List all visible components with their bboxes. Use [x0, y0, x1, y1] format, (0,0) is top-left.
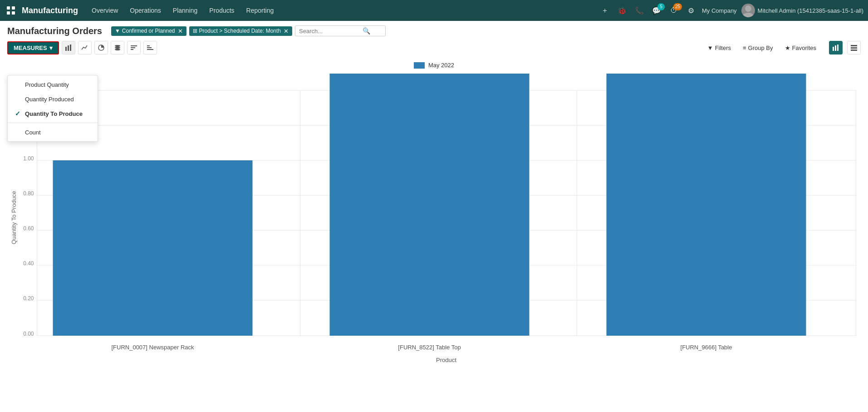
- list-view-button[interactable]: [847, 41, 861, 55]
- svg-point-4: [745, 5, 751, 12]
- svg-rect-14: [131, 47, 135, 48]
- filters-label: Filters: [715, 45, 731, 51]
- settings-icon[interactable]: ⚙: [685, 4, 697, 17]
- nav-reporting[interactable]: Reporting: [241, 4, 280, 17]
- svg-rect-19: [833, 47, 834, 51]
- svg-text:0.20: 0.20: [23, 295, 34, 302]
- add-icon[interactable]: ＋: [598, 4, 611, 17]
- svg-rect-22: [851, 45, 857, 46]
- app-brand: Manufacturing: [22, 6, 78, 15]
- timer-badge: 25: [673, 3, 682, 10]
- bar-newspaper-rack: [53, 160, 253, 336]
- page-title: Manufacturing Orders: [7, 26, 102, 36]
- search-input[interactable]: [299, 28, 363, 35]
- x-label-table: [FURN_9666] Table: [681, 344, 732, 351]
- filter-close-confirmed[interactable]: ✕: [178, 28, 183, 35]
- page-header: Manufacturing Orders ▼ Confirmed or Plan…: [0, 21, 868, 39]
- top-navigation: Manufacturing Overview Operations Planni…: [0, 0, 868, 21]
- chat-icon[interactable]: 💬 5: [650, 4, 663, 17]
- pie-chart-button[interactable]: [94, 41, 108, 55]
- measures-item-label-product-quantity: Product Quantity: [25, 81, 69, 88]
- bug-icon[interactable]: 🐞: [616, 4, 628, 17]
- user-menu[interactable]: Mitchell Admin (15412385-saas-15-1-all): [741, 4, 863, 17]
- top-nav-actions: ＋ 🐞 📞 💬 5 ⏱ 25 ⚙ My Company Mitchell Adm…: [598, 4, 863, 17]
- check-icon-quantity-produced: [15, 95, 22, 103]
- svg-rect-13: [131, 45, 137, 46]
- measures-button[interactable]: MEASURES ▾: [7, 41, 59, 55]
- bar-chart-svg: Quantity To Produce 0.00 0.20 0.40 0.60 …: [7, 72, 861, 363]
- sort-desc-button[interactable]: [143, 41, 157, 55]
- svg-rect-18: [147, 49, 153, 50]
- app-grid-icon[interactable]: [5, 4, 17, 17]
- nav-operations[interactable]: Operations: [124, 4, 166, 17]
- svg-rect-17: [147, 47, 152, 48]
- search-bar[interactable]: 🔍: [295, 25, 386, 36]
- search-icon: 🔍: [363, 27, 370, 35]
- svg-rect-15: [131, 49, 133, 50]
- svg-text:0.80: 0.80: [23, 190, 34, 197]
- y-axis-label: Quantity To Produce: [10, 191, 17, 244]
- measures-dropdown: Product Quantity Quantity Produced ✓ Qua…: [7, 75, 98, 142]
- stack-chart-button[interactable]: [111, 41, 124, 55]
- avatar: [741, 4, 755, 17]
- svg-point-5: [743, 13, 754, 17]
- filter-close-scheduled[interactable]: ✕: [284, 28, 289, 35]
- nav-planning[interactable]: Planning: [167, 4, 203, 17]
- nav-products[interactable]: Products: [204, 4, 240, 17]
- svg-rect-21: [837, 45, 839, 51]
- filter-grid-icon: ⊞: [193, 28, 197, 34]
- measures-item-count[interactable]: Count: [8, 125, 98, 139]
- measures-item-label-quantity-to-produce: Quantity To Produce: [25, 110, 83, 117]
- sort-asc-button[interactable]: [127, 41, 141, 55]
- company-name[interactable]: My Company: [702, 7, 737, 14]
- groupby-button[interactable]: ≡ Group By: [739, 43, 777, 53]
- toolbar-right: ▼ Filters ≡ Group By ★ Favorites: [704, 41, 861, 55]
- measures-chevron-icon: ▾: [49, 45, 53, 51]
- bar-chart-button[interactable]: [62, 41, 75, 55]
- svg-rect-24: [851, 50, 857, 51]
- measures-item-quantity-to-produce[interactable]: ✓ Quantity To Produce: [8, 106, 98, 121]
- svg-rect-6: [65, 47, 67, 51]
- measures-item-label-count: Count: [25, 129, 41, 136]
- groupby-label: Group By: [748, 45, 773, 51]
- svg-rect-0: [7, 6, 10, 10]
- timer-icon[interactable]: ⏱ 25: [667, 4, 680, 17]
- chart-view-button[interactable]: [829, 41, 843, 55]
- nav-overview[interactable]: Overview: [86, 4, 123, 17]
- filters-button[interactable]: ▼ Filters: [704, 43, 735, 53]
- filter-icon: ▼: [115, 28, 120, 34]
- measures-divider: [8, 123, 98, 123]
- x-axis-title: Product: [436, 357, 456, 363]
- svg-point-10: [115, 45, 120, 47]
- filter-tag-scheduled[interactable]: ⊞ Product > Scheduled Date: Month ✕: [189, 26, 292, 36]
- chart-svg-wrapper: Quantity To Produce 0.00 0.20 0.40 0.60 …: [7, 72, 861, 364]
- filter-tag-confirmed[interactable]: ▼ Confirmed or Planned ✕: [111, 26, 186, 36]
- filter-label-confirmed: Confirmed or Planned: [122, 28, 175, 34]
- line-chart-button[interactable]: [78, 41, 92, 55]
- svg-rect-23: [851, 47, 857, 49]
- filter-funnel-icon: ▼: [707, 45, 713, 51]
- bar-table-top: [330, 74, 530, 336]
- svg-rect-20: [835, 45, 836, 51]
- filter-bar: ▼ Confirmed or Planned ✕ ⊞ Product > Sch…: [111, 25, 861, 36]
- toolbar-left: MEASURES ▾: [7, 41, 157, 55]
- chat-badge: 5: [657, 3, 665, 10]
- chart-container: May 2022 Quantity To Produce 0.00 0.20 0…: [0, 57, 868, 364]
- svg-rect-16: [147, 45, 150, 46]
- favorites-label: Favorites: [792, 45, 816, 51]
- toolbar: MEASURES ▾ ▼ Filters ≡ Group By: [0, 39, 868, 57]
- svg-rect-7: [68, 45, 69, 51]
- svg-text:0.00: 0.00: [23, 331, 34, 337]
- phone-icon[interactable]: 📞: [633, 4, 646, 17]
- check-icon-product-quantity: [15, 81, 22, 88]
- filter-label-scheduled: Product > Scheduled Date: Month: [199, 28, 281, 34]
- favorites-button[interactable]: ★ Favorites: [781, 43, 820, 53]
- chart-legend: May 2022: [7, 62, 861, 69]
- x-label-table-top: [FURN_8522] Table Top: [398, 344, 461, 351]
- measures-item-quantity-produced[interactable]: Quantity Produced: [8, 92, 98, 106]
- measures-item-product-quantity[interactable]: Product Quantity: [8, 77, 98, 92]
- svg-text:0.40: 0.40: [23, 260, 34, 267]
- svg-rect-2: [7, 11, 10, 15]
- check-icon-quantity-to-produce: ✓: [15, 110, 22, 117]
- legend-label: May 2022: [428, 62, 454, 69]
